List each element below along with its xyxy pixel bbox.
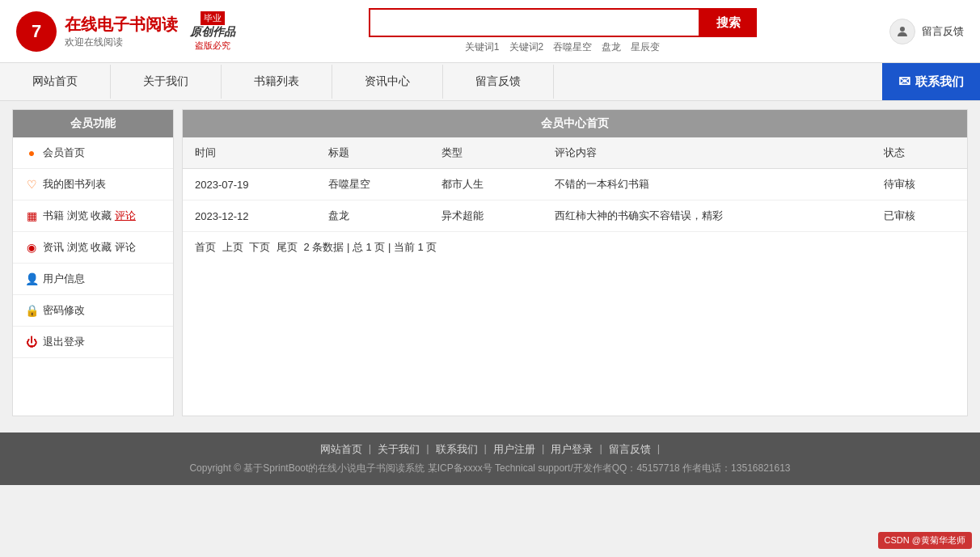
row2-type: 异术超能 xyxy=(429,200,543,232)
review-underline: 评论 xyxy=(115,209,136,222)
search-area: 搜索 关键词1 关键词2 吞噬星空 盘龙 星辰变 xyxy=(268,8,857,54)
home-icon: ● xyxy=(25,146,38,159)
sidebar: 会员功能 ● 会员首页 ♡ 我的图书列表 ▦ 书籍 浏览 收藏 评论 ◉ 资讯 … xyxy=(12,109,174,416)
header: 7 在线电子书阅读 欢迎在线阅读 毕业 原创作品 盗版必究 搜索 关键词1 关键… xyxy=(0,0,980,63)
header-right: 留言反馈 xyxy=(889,19,964,44)
book-icon: ▦ xyxy=(25,209,38,222)
keyword-4[interactable]: 盘龙 xyxy=(602,40,621,54)
keyword-1[interactable]: 关键词1 xyxy=(465,40,500,54)
sidebar-item-book-review[interactable]: ▦ 书籍 浏览 收藏 评论 xyxy=(13,200,173,232)
badge-bot: 盗版必究 xyxy=(195,40,230,52)
footer-link-about[interactable]: 关于我们 xyxy=(378,442,420,457)
sidebar-menu: ● 会员首页 ♡ 我的图书列表 ▦ 书籍 浏览 收藏 评论 ◉ 资讯 浏览 收藏… xyxy=(13,137,173,358)
table-head: 时间 标题 类型 评论内容 状态 xyxy=(183,137,967,169)
search-keywords: 关键词1 关键词2 吞噬星空 盘龙 星辰变 xyxy=(465,40,660,54)
col-type: 类型 xyxy=(429,137,543,169)
sidebar-item-news-review[interactable]: ◉ 资讯 浏览 收藏 评论 xyxy=(13,232,173,264)
search-box: 搜索 xyxy=(369,8,757,37)
content-area: 会员中心首页 时间 标题 类型 评论内容 状态 2023-07-19 吞噬星空 … xyxy=(182,109,968,416)
keyword-3[interactable]: 吞噬星空 xyxy=(553,40,592,54)
sidebar-item-booklist[interactable]: ♡ 我的图书列表 xyxy=(13,169,173,200)
nav-about[interactable]: 关于我们 xyxy=(111,65,222,99)
row2-status: 已审核 xyxy=(872,200,967,232)
search-input[interactable] xyxy=(369,8,700,37)
keyword-5[interactable]: 星辰变 xyxy=(631,40,660,54)
footer-link-feedback[interactable]: 留言反馈 xyxy=(609,442,651,457)
footer-link-home[interactable]: 网站首页 xyxy=(320,442,362,457)
col-title: 标题 xyxy=(316,137,429,169)
nav-books[interactable]: 书籍列表 xyxy=(222,65,332,99)
exit-icon: ⏻ xyxy=(25,335,38,348)
row1-title: 吞噬星空 xyxy=(316,169,429,200)
row1-time: 2023-07-19 xyxy=(183,169,316,200)
page-last[interactable]: 尾页 xyxy=(277,241,298,253)
footer-link-contact[interactable]: 联系我们 xyxy=(436,442,478,457)
contact-us-label: 联系我们 xyxy=(915,74,964,90)
heart-icon: ♡ xyxy=(25,178,38,191)
page-next[interactable]: 下页 xyxy=(249,241,270,253)
logo-number: 7 xyxy=(32,21,41,42)
page-prev[interactable]: 上页 xyxy=(222,241,243,253)
col-comment: 评论内容 xyxy=(543,137,872,169)
nav-news[interactable]: 资讯中心 xyxy=(332,65,443,99)
row2-comment: 西红柿大神的书确实不容错误，精彩 xyxy=(543,200,872,232)
keyword-2[interactable]: 关键词2 xyxy=(509,40,544,54)
contact-us-button[interactable]: ✉ 联系我们 xyxy=(882,63,980,100)
table-header-row: 时间 标题 类型 评论内容 状态 xyxy=(183,137,967,169)
nav-home[interactable]: 网站首页 xyxy=(0,65,111,99)
sidebar-label-book-review: 书籍 浏览 收藏 评论 xyxy=(43,209,136,223)
user-icon-sidebar: 👤 xyxy=(25,272,38,285)
sidebar-item-user-info[interactable]: 👤 用户信息 xyxy=(13,264,173,295)
col-time: 时间 xyxy=(183,137,316,169)
badge-top: 毕业 xyxy=(201,11,225,25)
footer-divider-3: | xyxy=(484,442,487,457)
nav-bar: 网站首页 关于我们 书籍列表 资讯中心 留言反馈 ✉ 联系我们 xyxy=(0,63,980,101)
table-row: 2023-07-19 吞噬星空 都市人生 不错的一本科幻书籍 待审核 xyxy=(183,169,967,200)
footer-divider-2: | xyxy=(426,442,429,457)
search-button[interactable]: 搜索 xyxy=(700,8,757,37)
page-info: 2 条数据 | 总 1 页 | 当前 1 页 xyxy=(304,241,437,253)
footer-divider-4: | xyxy=(542,442,544,457)
sidebar-label-logout: 退出登录 xyxy=(43,335,85,349)
nav-feedback[interactable]: 留言反馈 xyxy=(443,65,554,99)
footer: 网站首页 | 关于我们 | 联系我们 | 用户注册 | 用户登录 | 留言反馈 … xyxy=(0,433,980,485)
lock-icon: 🔒 xyxy=(25,304,38,317)
svg-point-0 xyxy=(900,27,905,32)
page-first[interactable]: 首页 xyxy=(195,241,216,253)
footer-link-register[interactable]: 用户注册 xyxy=(493,442,535,457)
row1-type: 都市人生 xyxy=(429,169,543,200)
news-icon: ◉ xyxy=(25,241,38,254)
footer-links: 网站首页 | 关于我们 | 联系我们 | 用户注册 | 用户登录 | 留言反馈 … xyxy=(10,442,970,457)
sidebar-label-news-review: 资讯 浏览 收藏 评论 xyxy=(43,240,136,255)
main-content: 会员功能 ● 会员首页 ♡ 我的图书列表 ▦ 书籍 浏览 收藏 评论 ◉ 资讯 … xyxy=(0,101,980,424)
nav-items: 网站首页 关于我们 书籍列表 资讯中心 留言反馈 xyxy=(0,65,554,99)
sidebar-item-password[interactable]: 🔒 密码修改 xyxy=(13,295,173,327)
logo-title: 在线电子书阅读 xyxy=(65,14,178,36)
contact-us-icon: ✉ xyxy=(898,73,910,91)
col-status: 状态 xyxy=(872,137,967,169)
table-row: 2023-12-12 盘龙 异术超能 西红柿大神的书确实不容错误，精彩 已审核 xyxy=(183,200,967,232)
footer-divider-5: | xyxy=(599,442,602,457)
logo-icon: 7 xyxy=(16,11,57,52)
footer-link-login[interactable]: 用户登录 xyxy=(551,442,593,457)
sidebar-item-logout[interactable]: ⏻ 退出登录 xyxy=(13,327,173,358)
sidebar-label-user-info: 用户信息 xyxy=(43,272,85,286)
sidebar-label-member-home: 会员首页 xyxy=(43,146,85,160)
logo-badge: 毕业 原创作品 盗版必究 xyxy=(190,11,235,52)
row2-time: 2023-12-12 xyxy=(183,200,316,232)
pagination: 首页 上页 下页 尾页 2 条数据 | 总 1 页 | 当前 1 页 xyxy=(183,232,967,263)
logo-subtitle: 欢迎在线阅读 xyxy=(65,36,178,49)
footer-copyright: Copyright © 基于SprintBoot的在线小说电子书阅读系统 某IC… xyxy=(10,462,970,475)
sidebar-label-password: 密码修改 xyxy=(43,303,85,318)
user-avatar-icon xyxy=(889,19,915,44)
row1-comment: 不错的一本科幻书籍 xyxy=(543,169,872,200)
row1-status: 待审核 xyxy=(872,169,967,200)
sidebar-item-member-home[interactable]: ● 会员首页 xyxy=(13,137,173,169)
logo-text: 在线电子书阅读 欢迎在线阅读 xyxy=(65,14,178,49)
feedback-link[interactable]: 留言反馈 xyxy=(922,24,964,39)
sidebar-label-booklist: 我的图书列表 xyxy=(43,177,106,192)
logo-area: 7 在线电子书阅读 欢迎在线阅读 毕业 原创作品 盗版必究 xyxy=(16,11,235,52)
footer-divider-1: | xyxy=(369,442,371,457)
row2-title: 盘龙 xyxy=(316,200,429,232)
footer-divider-6: | xyxy=(657,442,660,457)
